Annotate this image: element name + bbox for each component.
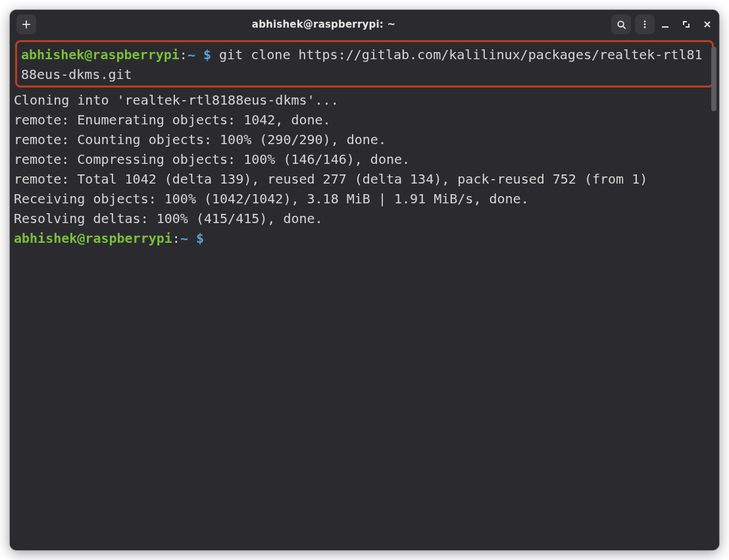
prompt-colon: : <box>172 230 180 246</box>
output-line: Resolving deltas: 100% (415/415), done. <box>14 209 715 228</box>
minimize-button[interactable] <box>659 18 672 31</box>
prompt-dollar: $ <box>188 230 212 246</box>
maximize-button[interactable] <box>680 18 693 31</box>
prompt-path: ~ <box>188 47 195 63</box>
svg-point-0 <box>618 21 623 26</box>
prompt-line-1: abhishek@raspberrypi:~ $ git clone https… <box>21 45 708 84</box>
svg-point-2 <box>644 24 646 26</box>
prompt-user: abhishek@raspberrypi <box>21 47 180 63</box>
terminal-window: abhishek@raspberrypi: ~ abhishek@raspber… <box>10 10 719 550</box>
output-line: Receiving objects: 100% (1042/1042), 3.1… <box>14 189 715 209</box>
output-line: remote: Enumerating objects: 1042, done. <box>14 110 715 130</box>
titlebar: abhishek@raspberrypi: ~ <box>10 10 719 39</box>
new-tab-button[interactable] <box>16 14 36 34</box>
output-line: remote: Compressing objects: 100% (146/1… <box>14 149 715 169</box>
search-button[interactable] <box>611 14 631 34</box>
output-line: remote: Total 1042 (delta 139), reused 2… <box>14 169 715 189</box>
output-block: Cloning into 'realtek-rtl8188eus-dkms'..… <box>14 90 715 228</box>
terminal-area[interactable]: abhishek@raspberrypi:~ $ git clone https… <box>10 39 719 550</box>
menu-button[interactable] <box>635 14 655 34</box>
window-title: abhishek@raspberrypi: ~ <box>40 18 607 30</box>
prompt-colon: : <box>180 47 188 63</box>
svg-point-1 <box>644 20 646 22</box>
prompt-path: ~ <box>180 230 188 246</box>
close-button[interactable] <box>701 18 714 31</box>
output-line: Cloning into 'realtek-rtl8188eus-dkms'..… <box>14 90 715 110</box>
prompt-dollar: $ <box>195 47 219 63</box>
prompt-line-2[interactable]: abhishek@raspberrypi:~ $ <box>14 228 715 248</box>
svg-point-3 <box>644 26 646 28</box>
scrollbar-thumb[interactable] <box>711 47 716 111</box>
output-line: remote: Counting objects: 100% (290/290)… <box>14 130 715 149</box>
highlighted-command-box: abhishek@raspberrypi:~ $ git clone https… <box>15 40 714 88</box>
prompt-user: abhishek@raspberrypi <box>14 230 172 246</box>
